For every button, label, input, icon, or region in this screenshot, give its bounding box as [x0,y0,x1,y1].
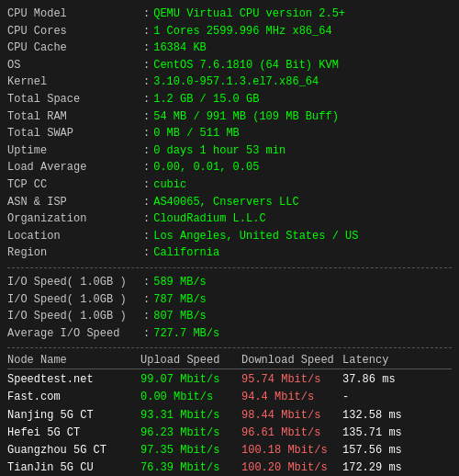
download-speed: 100.20 Mbit/s [241,459,342,476]
node-name: TianJin 5G CU [7,459,140,476]
node-name: Guangzhou 5G CT [7,442,140,459]
table-row: Nanjing 5G CT93.31 Mbit/s98.44 Mbit/s132… [7,407,452,425]
sysinfo-value: QEMU Virtual CPU version 2.5+ [153,6,345,23]
table-header-cell: Upload Speed [140,354,241,367]
sysinfo-colon: : [143,6,150,23]
sysinfo-colon: : [143,210,150,228]
sysinfo-colon: : [143,74,150,91]
speed-row: I/O Speed( 1.0GB ) : 807 MB/s [7,308,452,325]
speed-value: 589 MB/s [153,274,207,291]
speed-label: I/O Speed( 1.0GB ) [7,274,143,291]
sysinfo-row: Load Average : 0.00, 0.01, 0.05 [7,159,452,176]
sysinfo-colon: : [143,176,150,194]
latency: 37.86 ms [342,371,452,389]
sysinfo-label: ASN & ISP [7,194,143,211]
sysinfo-label: Kernel [7,74,143,91]
sysinfo-section: CPU Model : QEMU Virtual CPU version 2.5… [7,6,452,262]
sysinfo-row: Total RAM : 54 MB / 991 MB (109 MB Buff) [7,108,452,126]
sysinfo-colon: : [143,108,150,126]
sysinfo-label: Load Average [7,159,143,176]
speed-value: 787 MB/s [153,291,207,309]
latency: 172.29 ms [342,459,452,476]
sysinfo-row: ASN & ISP : AS40065, Cnservers LLC [7,194,452,211]
sysinfo-value: 0 days 1 hour 53 min [153,142,285,160]
speed-colon: : [143,274,150,291]
sysinfo-label: Organization [7,210,143,228]
sysinfo-row: Kernel : 3.10.0-957.1.3.el7.x86_64 [7,74,452,91]
sysinfo-colon: : [143,228,150,245]
speed-value: 727.7 MB/s [153,325,219,343]
upload-speed: 96.23 Mbit/s [140,425,241,442]
download-speed: 95.74 Mbit/s [241,371,342,389]
upload-speed: 76.39 Mbit/s [140,459,241,476]
table-row: Fast.com0.00 Mbit/s94.4 Mbit/s- [7,389,452,406]
table-header-cell: Node Name [7,354,140,367]
sysinfo-value: cubic [153,176,186,194]
sysinfo-colon: : [143,159,150,176]
speed-colon: : [143,291,150,309]
latency: 132.58 ms [342,407,452,425]
sysinfo-label: OS [7,57,143,74]
sysinfo-value: 54 MB / 991 MB (109 MB Buff) [153,108,339,126]
sysinfo-row: Region : California [7,244,452,262]
sysinfo-value: 0 MB / 511 MB [153,125,240,142]
sysinfo-label: Uptime [7,142,143,160]
table-row: Speedtest.net99.07 Mbit/s95.74 Mbit/s37.… [7,371,452,389]
sysinfo-colon: : [143,194,150,211]
divider-2 [7,347,452,348]
sysinfo-value: 1.2 GB / 15.0 GB [153,91,259,108]
sysinfo-value: CentOS 7.6.1810 (64 Bit) KVM [153,57,339,74]
download-speed: 98.44 Mbit/s [241,407,342,425]
sysinfo-colon: : [143,40,150,57]
download-speed: 96.61 Mbit/s [241,425,342,442]
sysinfo-value: 16384 KB [153,40,207,57]
latency: 157.56 ms [342,442,452,459]
sysinfo-value: AS40065, Cnservers LLC [153,194,298,211]
sysinfo-label: CPU Model [7,6,143,23]
speed-label: I/O Speed( 1.0GB ) [7,291,143,309]
speed-row: I/O Speed( 1.0GB ) : 787 MB/s [7,291,452,309]
table-row: TianJin 5G CU76.39 Mbit/s100.20 Mbit/s17… [7,459,452,476]
node-name: Nanjing 5G CT [7,407,140,425]
download-speed: 94.4 Mbit/s [241,389,342,406]
upload-speed: 99.07 Mbit/s [140,371,241,389]
sysinfo-value: 3.10.0-957.1.3.el7.x86_64 [153,74,319,91]
sysinfo-row: TCP CC : cubic [7,176,452,194]
sysinfo-label: CPU Cores [7,23,143,40]
latency: - [342,389,452,406]
sysinfo-colon: : [143,57,150,74]
sysinfo-value: CloudRadium L.L.C [153,210,265,228]
sysinfo-row: CPU Cache : 16384 KB [7,40,452,57]
table-row: Guangzhou 5G CT97.35 Mbit/s100.18 Mbit/s… [7,442,452,459]
sysinfo-row: Uptime : 0 days 1 hour 53 min [7,142,452,160]
sysinfo-label: Region [7,244,143,262]
speed-colon: : [143,325,150,343]
node-name: Fast.com [7,389,140,406]
sysinfo-label: CPU Cache [7,40,143,57]
sysinfo-row: Total SWAP : 0 MB / 511 MB [7,125,452,142]
sysinfo-label: Total SWAP [7,125,143,142]
speed-section: I/O Speed( 1.0GB ) : 589 MB/sI/O Speed( … [7,274,452,342]
sysinfo-row: Organization : CloudRadium L.L.C [7,210,452,228]
sysinfo-label: Location [7,228,143,245]
upload-speed: 0.00 Mbit/s [140,389,241,406]
sysinfo-row: Location : Los Angeles, United States / … [7,228,452,245]
latency: 135.71 ms [342,425,452,442]
sysinfo-label: TCP CC [7,176,143,194]
node-name: Speedtest.net [7,371,140,389]
sysinfo-value: 1 Cores 2599.996 MHz x86_64 [153,23,331,40]
sysinfo-row: CPU Model : QEMU Virtual CPU version 2.5… [7,6,452,23]
speed-value: 807 MB/s [153,308,207,325]
divider-1 [7,267,452,268]
node-name: Hefei 5G CT [7,425,140,442]
sysinfo-label: Total Space [7,91,143,108]
sysinfo-colon: : [143,125,150,142]
sysinfo-value: Los Angeles, United States / US [153,228,358,245]
sysinfo-row: CPU Cores : 1 Cores 2599.996 MHz x86_64 [7,23,452,40]
sysinfo-value: California [153,244,219,262]
speed-label: I/O Speed( 1.0GB ) [7,308,143,325]
speed-colon: : [143,308,150,325]
table-header-cell: Latency [342,354,452,367]
sysinfo-colon: : [143,91,150,108]
speed-row: Average I/O Speed : 727.7 MB/s [7,325,452,343]
